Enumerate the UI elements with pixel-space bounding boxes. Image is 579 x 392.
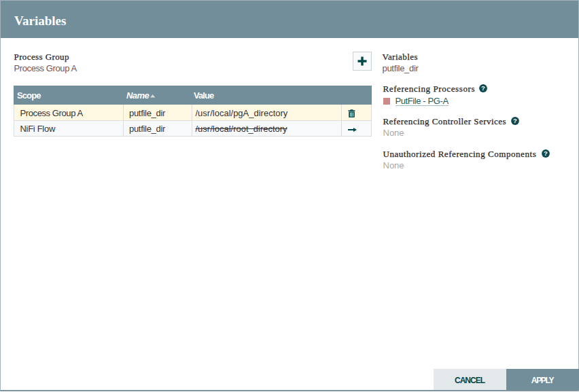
svg-text:?: ?: [544, 149, 548, 157]
svg-text:?: ?: [513, 117, 517, 124]
svg-text:?: ?: [481, 84, 485, 92]
